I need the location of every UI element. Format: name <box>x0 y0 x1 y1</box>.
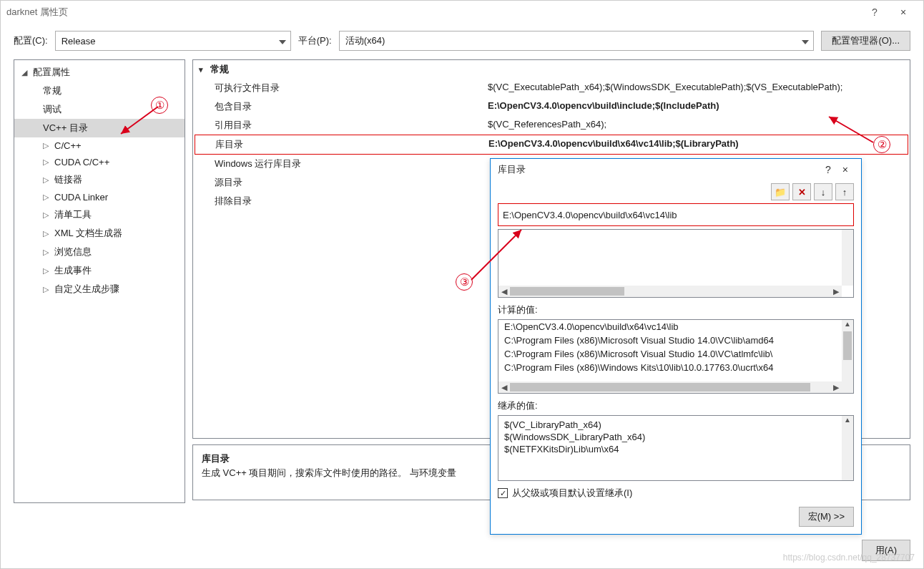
horizontal-scrollbar[interactable]: ◀▶ <box>498 381 842 393</box>
platform-select[interactable]: 活动(x64) <box>339 31 815 51</box>
macros-button[interactable]: 宏(M) >> <box>799 507 854 527</box>
path-value: E:\OpenCV3.4.0\opencv\build\x64\vc14\lib <box>503 210 677 220</box>
config-value: Release <box>62 36 96 47</box>
new-line-button[interactable]: 📁 <box>771 183 790 200</box>
paths-listbox[interactable]: ◀ ▶ <box>498 229 854 298</box>
vertical-scrollbar[interactable] <box>842 230 853 286</box>
config-manager-button[interactable]: 配置管理器(O)... <box>821 31 910 51</box>
move-down-button[interactable]: ↓ <box>814 183 832 200</box>
expand-icon[interactable]: ▷ <box>43 193 50 202</box>
list-item: $(WindowsSDK_LibraryPath_x64) <box>498 431 853 443</box>
tree-item-debug[interactable]: 调试 <box>14 100 185 119</box>
expand-icon[interactable]: ▷ <box>43 229 50 238</box>
folder-icon: 📁 <box>775 187 786 198</box>
evaluated-listbox[interactable]: E:\OpenCV3.4.0\opencv\build\x64\vc14\lib… <box>498 319 854 394</box>
arrow-up-icon: ↑ <box>842 187 847 198</box>
tree-item-browse[interactable]: ▷浏览信息 <box>14 243 185 261</box>
dialog-title: 库目录 <box>498 163 820 176</box>
list-item: C:\Program Files (x86)\Windows Kits\10\l… <box>498 361 853 374</box>
dialog-close-button[interactable]: × <box>837 164 854 175</box>
tree-item-xmldoc[interactable]: ▷XML 文档生成器 <box>14 224 185 243</box>
grid-row-exec[interactable]: 可执行文件目录$(VC_ExecutablePath_x64);$(Window… <box>193 79 910 97</box>
list-item: $(NETFXKitsDir)Lib\um\x64 <box>498 443 853 455</box>
list-item: C:\Program Files (x86)\Microsoft Visual … <box>498 347 853 361</box>
tree-item-cuda[interactable]: ▷CUDA C/C++ <box>14 154 185 170</box>
close-button[interactable]: × <box>889 6 918 18</box>
tree-item-linker[interactable]: ▷链接器 <box>14 170 185 189</box>
grid-category-header[interactable]: ▾ 常规 <box>193 60 910 79</box>
expand-icon[interactable]: ▷ <box>43 285 50 294</box>
arrow-down-icon: ↓ <box>821 187 826 198</box>
inherited-label: 继承的值: <box>491 394 861 415</box>
window-title: darknet 属性页 <box>6 6 860 19</box>
delete-line-button[interactable]: ✕ <box>792 183 811 200</box>
chevron-down-icon <box>279 36 286 47</box>
property-page-window: darknet 属性页 ? × 配置(C): Release 平台(P): 活动… <box>0 0 924 569</box>
expand-icon[interactable]: ▷ <box>43 266 50 276</box>
tree-item-cudalinker[interactable]: ▷CUDA Linker <box>14 189 185 205</box>
evaluated-label: 计算的值: <box>491 298 861 319</box>
dialog-toolbar: 📁 ✕ ↓ ↑ <box>491 180 861 202</box>
scroll-thumb[interactable] <box>510 287 624 296</box>
platform-value: 活动(x64) <box>345 34 385 47</box>
tree-item-vcdirs[interactable]: VC++ 目录 <box>14 119 185 137</box>
delete-icon: ✕ <box>798 187 806 198</box>
config-label: 配置(C): <box>14 34 48 47</box>
config-bar: 配置(C): Release 平台(P): 活动(x64) 配置管理器(O)..… <box>1 24 923 59</box>
dialog-titlebar: 库目录 ? × <box>491 159 861 180</box>
vertical-scrollbar[interactable]: ▲ <box>842 320 853 393</box>
library-dirs-dialog: 库目录 ? × 📁 ✕ ↓ ↑ E:\OpenCV3.4.0\opencv\bu… <box>490 158 862 535</box>
platform-label: 平台(P): <box>298 34 332 47</box>
expand-icon[interactable]: ▷ <box>43 248 50 257</box>
tree-item-ccpp[interactable]: ▷C/C++ <box>14 137 185 154</box>
grid-row-library[interactable]: 库目录E:\OpenCV3.4.0\opencv\build\x64\vc14\… <box>195 135 908 155</box>
config-select[interactable]: Release <box>55 31 291 51</box>
scroll-right-icon[interactable]: ▶ <box>830 287 842 296</box>
tree-root[interactable]: ◢ 配置属性 <box>14 63 185 82</box>
list-item: E:\OpenCV3.4.0\opencv\build\x64\vc14\lib <box>498 320 853 334</box>
tree-item-custombuild[interactable]: ▷自定义生成步骤 <box>14 280 185 298</box>
collapse-icon[interactable]: ◢ <box>21 68 29 77</box>
dialog-help-button[interactable]: ? <box>820 164 837 175</box>
tree-item-buildevents[interactable]: ▷生成事件 <box>14 261 185 280</box>
chevron-down-icon <box>802 36 809 47</box>
move-up-button[interactable]: ↑ <box>835 183 854 200</box>
collapse-icon[interactable]: ▾ <box>199 65 203 74</box>
checkbox-icon[interactable]: ✓ <box>498 488 508 498</box>
tree-item-manifest[interactable]: ▷清单工具 <box>14 205 185 224</box>
expand-icon[interactable]: ▷ <box>43 157 50 167</box>
list-item: C:\Program Files (x86)\Microsoft Visual … <box>498 334 853 347</box>
grid-row-ref[interactable]: 引用目录$(VC_ReferencesPath_x64); <box>193 116 910 135</box>
titlebar: darknet 属性页 ? × <box>1 1 923 24</box>
property-tree[interactable]: ◢ 配置属性 常规 调试 VC++ 目录 ▷C/C++ ▷CUDA C/C++ … <box>14 59 185 503</box>
inherited-listbox[interactable]: $(VC_LibraryPath_x64) $(WindowsSDK_Libra… <box>498 415 854 481</box>
path-edit-field[interactable]: E:\OpenCV3.4.0\opencv\build\x64\vc14\lib <box>498 203 854 226</box>
vertical-scrollbar[interactable]: ▲ <box>842 416 853 480</box>
tree-item-general[interactable]: 常规 <box>14 82 185 100</box>
expand-icon[interactable]: ▷ <box>43 210 50 220</box>
expand-icon[interactable]: ▷ <box>43 175 50 185</box>
expand-icon[interactable]: ▷ <box>43 141 50 150</box>
horizontal-scrollbar[interactable]: ◀ ▶ <box>498 286 842 297</box>
help-button[interactable]: ? <box>860 6 889 18</box>
grid-row-include[interactable]: 包含目录E:\OpenCV3.4.0\opencv\build\include;… <box>193 97 910 116</box>
scroll-left-icon[interactable]: ◀ <box>498 287 510 296</box>
watermark: https://blog.csdn.net/qq_28737707 <box>783 553 915 563</box>
inherit-checkbox-label: 从父级或项目默认设置继承(I) <box>512 487 632 500</box>
list-item: $(VC_LibraryPath_x64) <box>498 419 853 431</box>
inherit-checkbox-row[interactable]: ✓ 从父级或项目默认设置继承(I) <box>491 481 861 502</box>
